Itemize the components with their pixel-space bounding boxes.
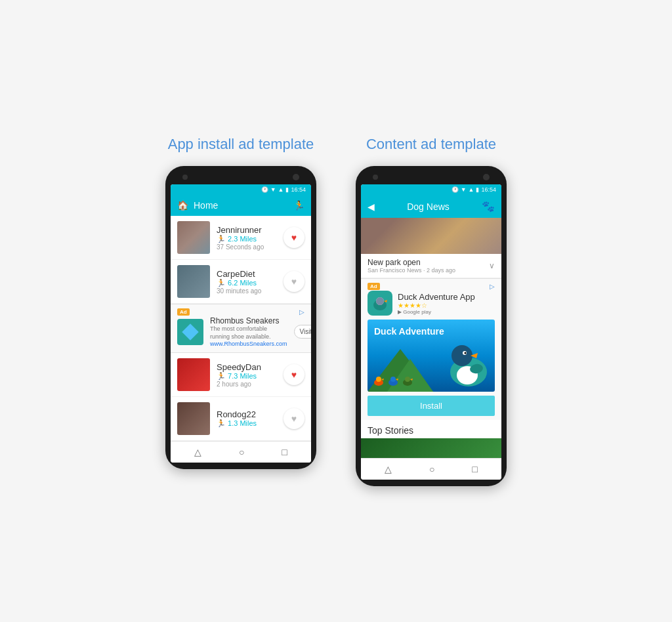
duck-app-name: Duck Adventure App: [398, 292, 495, 302]
right-camera: [373, 175, 378, 180]
user3-thumb: [177, 358, 210, 391]
left-phone-section: App install ad template 🕐 ▼ ▲ ▮ 16:54 🏠: [165, 136, 316, 469]
small-duck-3: [402, 375, 413, 386]
user2-info: CarpeDiet 🏃 6.2 Miles 30 minutes ago: [217, 269, 277, 295]
user2-heart[interactable]: ♥: [284, 271, 304, 292]
right-status-bar: 🕐 ▼ ▲ ▮ 16:54: [361, 184, 501, 195]
user2-miles: 🏃 6.2 Miles: [217, 279, 277, 287]
right-phone-section: Content ad template 🕐 ▼ ▲ ▮ 16:54 ◀ Dog: [356, 136, 507, 486]
list-item: Rondog22 🏃 1.3 Miles ♥: [171, 397, 311, 441]
star-rating: ★★★★☆: [398, 302, 495, 309]
paw-icon: 🐾: [482, 200, 495, 213]
page-container: App install ad template 🕐 ▼ ▲ ▮ 16:54 🏠: [0, 110, 672, 512]
right-speaker: [483, 174, 490, 180]
ad-url[interactable]: www.RhombusSneakers.com: [210, 341, 287, 347]
user4-heart[interactable]: ♥: [284, 408, 304, 429]
google-play-label: ▶ Google play: [398, 309, 495, 315]
alarm-icon: 🕐: [261, 186, 268, 193]
thumb-bg: [177, 358, 210, 391]
user2-thumb: [177, 265, 210, 298]
content-ad-info: Duck Adventure App ★★★★☆ ▶ Google play: [398, 292, 495, 315]
content-ad-block: Ad ▷: [361, 278, 501, 420]
heart-icon: ♥: [291, 276, 297, 287]
left-phone-top: [171, 174, 311, 184]
news-item[interactable]: New park open San Francisco News · 2 day…: [361, 254, 501, 278]
ad-desc: The most comfortable running shoe availa…: [210, 325, 287, 341]
recent-button[interactable]: □: [282, 447, 287, 457]
duck-svg: [369, 292, 391, 314]
rhombus-shape: [182, 323, 198, 340]
left-phone: 🕐 ▼ ▲ ▮ 16:54 🏠 Home 🏃: [165, 166, 316, 469]
run-icon[interactable]: 🏃: [293, 200, 304, 211]
svg-point-19: [405, 377, 410, 382]
left-app-bar: 🏠 Home 🏃: [171, 195, 311, 216]
list-item: SpeedyDan 🏃 7.3 Miles 2 hours ago ♥: [171, 353, 311, 397]
user4-thumb: [177, 402, 210, 435]
small-ducks: [373, 375, 413, 386]
duck-banner-text: Duck Adventure: [374, 326, 444, 337]
home-button[interactable]: ○: [429, 464, 434, 474]
svg-point-3: [376, 297, 384, 305]
right-screen: 🕐 ▼ ▲ ▮ 16:54 ◀ Dog News 🐾 New: [361, 184, 501, 480]
duck-adventure-banner: Duck Adventure: [368, 320, 495, 392]
user3-heart[interactable]: ♥: [284, 364, 304, 385]
left-status-time: 16:54: [291, 186, 306, 193]
user3-info: SpeedyDan 🏃 7.3 Miles 2 hours ago: [217, 362, 277, 388]
user4-info: Rondog22 🏃 1.3 Miles: [217, 409, 277, 428]
user1-time: 37 Seconds ago: [217, 243, 277, 251]
visit-site-button[interactable]: Visit site: [294, 325, 311, 339]
top-stories-heading: Top Stories: [361, 420, 501, 438]
small-duck-2: [387, 375, 399, 386]
user4-miles: 🏃 1.3 Miles: [217, 419, 277, 428]
install-button[interactable]: Install: [368, 396, 495, 416]
list-item: Jennirunner 🏃 2.3 Miles 37 Seconds ago ♥: [171, 216, 311, 260]
svg-point-10: [465, 352, 467, 354]
heart-icon: ♥: [291, 232, 297, 243]
app-bar-label: Home: [194, 200, 218, 211]
content-ad-badge: Ad: [368, 283, 380, 290]
right-phone-top: [361, 174, 501, 184]
right-title: Content ad template: [366, 136, 496, 153]
user3-miles: 🏃 7.3 Miles: [217, 372, 277, 381]
svg-point-13: [376, 377, 381, 382]
ad-title: Rhombus Sneakers: [210, 316, 287, 325]
user1-miles: 🏃 2.3 Miles: [217, 235, 277, 243]
back-button[interactable]: △: [194, 447, 201, 457]
svg-point-7: [452, 345, 472, 366]
battery-icon: ▮: [285, 186, 289, 193]
home-button[interactable]: ○: [239, 447, 244, 457]
left-screen: 🕐 ▼ ▲ ▮ 16:54 🏠 Home 🏃: [171, 184, 311, 463]
content-ad-arrow-icon: ▷: [490, 283, 495, 290]
thumb-bg: [177, 402, 210, 435]
recent-button[interactable]: □: [472, 464, 477, 474]
duck-app-icon: [368, 291, 392, 316]
signal-icon: ▲: [469, 186, 474, 193]
news-item-title: New park open: [368, 258, 455, 267]
list-item: CarpeDiet 🏃 6.2 Miles 30 minutes ago ♥: [171, 260, 311, 304]
left-bottom-nav: △ ○ □: [171, 441, 311, 463]
ad-block: Ad ▷ Rhombus Sneakers The most comfortab…: [171, 304, 311, 353]
svg-point-16: [390, 377, 396, 382]
user1-info: Jennirunner 🏃 2.3 Miles 37 Seconds ago: [217, 225, 277, 251]
big-duck-svg: [442, 336, 492, 392]
wifi-icon: ▼: [461, 186, 467, 193]
user3-time: 2 hours ago: [217, 381, 277, 388]
dog-news-app-bar: ◀ Dog News 🐾: [361, 195, 501, 218]
back-button[interactable]: △: [385, 464, 392, 474]
left-speaker: [293, 174, 299, 180]
ad-arrow-icon: ▷: [299, 308, 304, 316]
left-title: App install ad template: [168, 136, 314, 153]
user2-name: CarpeDiet: [217, 269, 277, 279]
user4-name: Rondog22: [217, 409, 277, 419]
user1-name: Jennirunner: [217, 225, 277, 235]
back-arrow-icon[interactable]: ◀: [368, 201, 375, 212]
left-camera: [182, 175, 188, 180]
user1-heart[interactable]: ♥: [284, 227, 304, 248]
home-icon: 🏠: [177, 200, 188, 211]
news-item-content: New park open San Francisco News · 2 day…: [368, 258, 455, 274]
battery-icon: ▮: [476, 186, 479, 193]
heart-icon: ♥: [291, 369, 297, 380]
alarm-icon: 🕐: [452, 186, 459, 193]
signal-icon: ▲: [278, 186, 284, 193]
thumb-bg: [177, 265, 210, 298]
